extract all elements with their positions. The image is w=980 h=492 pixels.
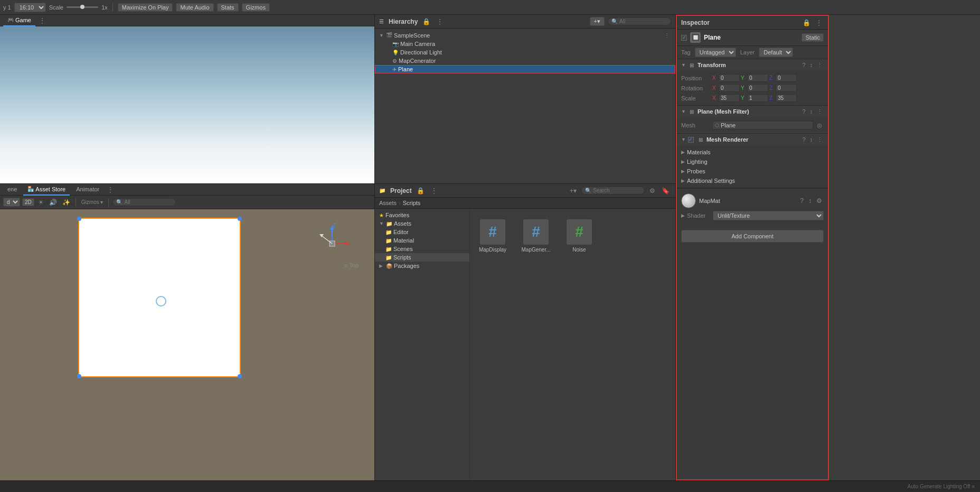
hierarchy-item-mapgenerator[interactable]: ⚙ MapCenerator	[375, 57, 675, 65]
object-enabled-checkbox[interactable]	[681, 35, 687, 41]
pos-z-input[interactable]: 0	[776, 74, 797, 82]
packages-arrow: ▶	[379, 263, 384, 268]
breadcrumb-scripts[interactable]: Scripts	[403, 200, 421, 206]
project-tree-scenes[interactable]: 📁 Scenes	[375, 245, 469, 253]
hierarchy-item-plane[interactable]: ✈ Plane	[375, 65, 675, 73]
transform-options-button[interactable]: ⋮	[816, 62, 824, 69]
project-view-toggle[interactable]: ⚙	[648, 187, 657, 195]
hierarchy-item-maincamera[interactable]: 📷 Main Camera	[375, 40, 675, 48]
hierarchy-add-button[interactable]: +▾	[590, 17, 605, 26]
tab-asset-store[interactable]: 🏪 Asset Store	[23, 184, 70, 196]
scene-search-input[interactable]	[124, 199, 156, 205]
project-filter-button[interactable]: 🔖	[660, 187, 671, 195]
scale-y-label: Y	[741, 95, 746, 101]
tab-game[interactable]: 🎮 Game	[3, 15, 35, 26]
material-options-button[interactable]: ⚙	[815, 197, 824, 205]
mesh-filter-header[interactable]: ▼ ⊞ Plane (Mesh Filter) ? ↕ ⋮	[677, 106, 828, 117]
tab-ene[interactable]: ene	[3, 184, 21, 196]
project-tree-material[interactable]: 📁 Material	[375, 236, 469, 245]
shader-select[interactable]: Unlit/Texture	[713, 211, 824, 220]
tag-select[interactable]: Untagged	[695, 48, 736, 57]
draw-mode-select[interactable]: d	[3, 198, 20, 207]
scale-y-input[interactable]: 1	[747, 94, 768, 102]
hierarchy-item-directionallight[interactable]: 💡 Directional Light	[375, 48, 675, 57]
scale-slider[interactable]	[67, 6, 98, 8]
fx-toggle[interactable]: ✨	[61, 198, 72, 207]
project-tree-packages[interactable]: ▶ 📦 Packages	[375, 262, 469, 270]
hierarchy-panel: ☰ Hierarchy 🔒 ⋮ +▾ 🔍 ▼ 🎬 SampleScene ⋮	[375, 15, 675, 184]
lighting-section-item[interactable]: ▶ Lighting	[681, 157, 824, 166]
meshfilter-options-button[interactable]: ⋮	[816, 108, 824, 115]
probes-arrow: ▶	[681, 169, 685, 174]
asset-item-noise[interactable]: # Noise	[561, 217, 598, 255]
scale-z-input[interactable]: 35	[776, 94, 797, 102]
project-create-button[interactable]: +▾	[568, 187, 578, 195]
material-row: MapMat ? ↕ ⚙	[681, 192, 824, 210]
mute-audio-button[interactable]: Mute Audio	[176, 3, 213, 12]
materials-section-item[interactable]: ▶ Materials	[681, 147, 824, 157]
transform-header[interactable]: ▼ ⊞ Transform ? ↕ ⋮	[677, 59, 828, 71]
aspect-ratio-select[interactable]: 16:10	[14, 3, 46, 12]
hierarchy-item-samplescene[interactable]: ▼ 🎬 SampleScene ⋮	[375, 31, 675, 40]
meshfilter-help-button[interactable]: ?	[801, 108, 806, 115]
mesh-picker-button[interactable]: ◎	[815, 122, 824, 129]
transform-preset-button[interactable]: ↕	[809, 62, 814, 68]
hierarchy-search-input[interactable]	[619, 18, 651, 24]
meshrenderer-enabled-checkbox[interactable]	[688, 137, 694, 143]
static-button[interactable]: Static	[802, 33, 824, 42]
rot-y-input[interactable]: 0	[747, 84, 768, 92]
position-row: Position X 0 Y 0 Z 0	[681, 73, 824, 83]
audio-toggle[interactable]: 🔊	[48, 198, 59, 207]
scale-field-label: Scale	[681, 95, 710, 101]
project-search-input[interactable]	[593, 188, 625, 193]
scene-gizmo[interactable]: Z X	[311, 222, 353, 265]
breadcrumb-assets[interactable]: Assets	[379, 200, 397, 206]
layer-select[interactable]: Default	[759, 48, 793, 57]
2d-button[interactable]: 2D	[22, 198, 34, 206]
rot-x-input[interactable]: 0	[719, 84, 740, 92]
stats-button[interactable]: Stats	[217, 3, 239, 12]
add-component-button[interactable]: Add Component	[681, 230, 824, 243]
project-tree-assets[interactable]: ▼ 📁 Assets	[375, 219, 469, 228]
inspector-options-button[interactable]: ⋮	[814, 18, 824, 27]
project-tree-editor[interactable]: 📁 Editor	[375, 228, 469, 236]
rot-z-input[interactable]: 0	[776, 84, 797, 92]
position-label: Position	[681, 75, 710, 81]
panel-options-button[interactable]: ⋮	[37, 16, 47, 25]
additional-settings-section-item[interactable]: ▶ Additional Settings	[681, 176, 824, 185]
scene-label: SampleScene	[394, 32, 430, 39]
plane-label: Plane	[398, 66, 413, 72]
meshrenderer-help-button[interactable]: ?	[801, 136, 806, 143]
scene-options-button[interactable]: ⋮	[663, 32, 671, 39]
asset-item-mapdisplay[interactable]: # MapDisplay	[474, 217, 511, 255]
tab-animator[interactable]: Animator	[72, 184, 103, 196]
project-tree-scripts[interactable]: 📁 Scripts	[375, 253, 469, 262]
project-tree-favorites[interactable]: ★ Favorites	[375, 211, 469, 219]
maximize-on-play-button[interactable]: Maximize On Play	[118, 3, 173, 12]
scene-canvas[interactable]: Z X ≡ Top	[0, 209, 374, 480]
pos-y-input[interactable]: 0	[747, 74, 768, 82]
meshfilter-preset-button[interactable]: ↕	[809, 108, 814, 115]
asset-item-mapgener[interactable]: # MapGener...	[517, 217, 554, 255]
scale-x-input[interactable]: 35	[719, 94, 740, 102]
assets-arrow: ▼	[379, 221, 384, 226]
project-lock-button[interactable]: 🔒	[415, 187, 426, 195]
scene-gizmos-button[interactable]: Gizmos ▾	[80, 199, 105, 206]
meshrenderer-options-button[interactable]: ⋮	[816, 136, 824, 143]
inspector-lock-button[interactable]: 🔒	[801, 18, 812, 27]
project-options-button[interactable]: ⋮	[429, 187, 439, 195]
scene-tab-bar: ene 🏪 Asset Store Animator ⋮	[0, 184, 374, 196]
material-select-button[interactable]: ↕	[807, 197, 813, 205]
scene-panel-options-button[interactable]: ⋮	[106, 185, 115, 194]
material-edit-button[interactable]: ?	[798, 197, 805, 205]
mesh-renderer-header[interactable]: ▼ ⊞ Mesh Renderer ? ↕ ⋮	[677, 134, 828, 145]
inspector-panel: Inspector 🔒 ⋮ 🔲 Plane Static Tag Untagge…	[676, 15, 829, 480]
pos-x-input[interactable]: 0	[719, 74, 740, 82]
hierarchy-options-button[interactable]: ⋮	[435, 17, 445, 26]
light-toggle[interactable]: ☀	[36, 198, 45, 207]
probes-section-item[interactable]: ▶ Probes	[681, 166, 824, 176]
meshrenderer-preset-button[interactable]: ↕	[809, 136, 814, 143]
gizmos-button[interactable]: Gizmos	[242, 3, 270, 12]
transform-help-button[interactable]: ?	[801, 62, 806, 68]
hierarchy-lock-button[interactable]: 🔒	[421, 17, 432, 26]
